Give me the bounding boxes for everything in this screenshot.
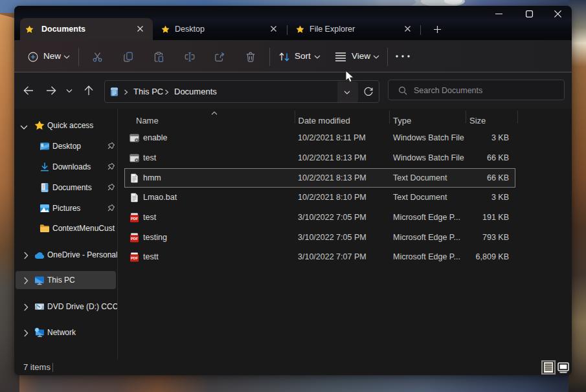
svg-text:PDF: PDF <box>131 217 139 221</box>
svg-text:PDF: PDF <box>131 256 139 260</box>
svg-text:PDF: PDF <box>131 236 139 240</box>
